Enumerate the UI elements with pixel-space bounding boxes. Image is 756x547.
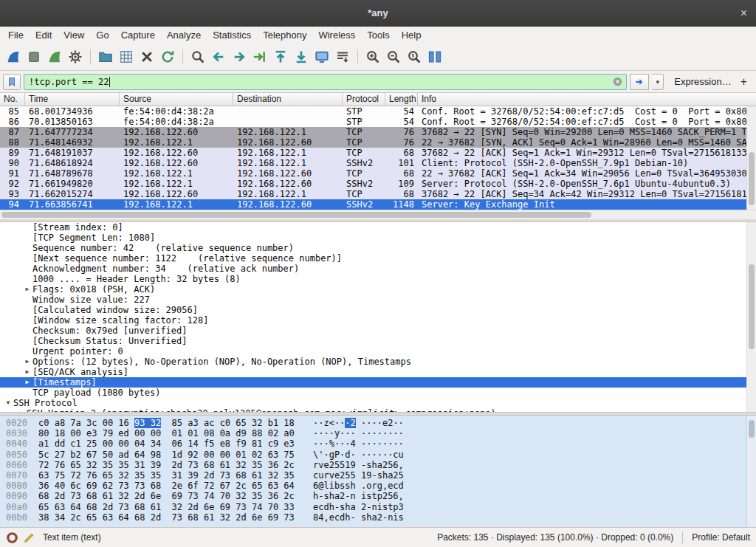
expander-icon[interactable] [22, 222, 32, 233]
menu-item[interactable]: Go [90, 28, 114, 42]
expander-icon[interactable] [22, 233, 32, 243]
go-first-icon[interactable] [271, 47, 290, 66]
detail-row[interactable]: Urgent pointer: 0 [0, 346, 746, 357]
packet-row[interactable]: 94 71.663856741 192.168.122.1 192.168.12… [0, 199, 746, 210]
column-header[interactable]: Length [385, 93, 418, 106]
expander-icon[interactable]: ▶ [16, 408, 27, 412]
go-back-icon[interactable] [209, 47, 228, 66]
capture-file-properties-icon[interactable] [6, 531, 18, 544]
go-forward-icon[interactable] [230, 47, 249, 66]
menu-item[interactable]: File [2, 28, 30, 42]
clear-filter-icon[interactable] [612, 76, 623, 87]
detail-row[interactable]: Window size value: 227 [0, 295, 746, 305]
expression-button[interactable]: Expression… [667, 76, 735, 87]
menu-item[interactable]: Capture [115, 28, 161, 42]
expander-icon[interactable] [22, 253, 32, 264]
scrollbar-thumb[interactable] [749, 264, 755, 350]
expander-icon[interactable] [22, 264, 32, 274]
packet-list-vertical-scrollbar[interactable] [746, 106, 756, 210]
hex-row[interactable]: 0070 63 75 72 76 65 32 35 35 31 39 2d 73… [0, 470, 756, 481]
bytes-vertical-scrollbar[interactable] [746, 416, 756, 527]
menu-item[interactable]: Telephony [257, 28, 312, 42]
menu-item[interactable]: Statistics [207, 28, 257, 42]
hex-row[interactable]: 00b0 38 34 2c 65 63 64 68 2d 73 68 61 32… [0, 512, 756, 523]
save-file-icon[interactable] [117, 47, 136, 66]
expander-icon[interactable] [22, 336, 32, 346]
packet-row[interactable]: 92 71.661949820 192.168.122.1 192.168.12… [0, 179, 746, 189]
packet-row[interactable]: 90 71.648618924 192.168.122.60 192.168.1… [0, 158, 746, 168]
detail-row[interactable]: TCP payload (1080 bytes) [0, 388, 746, 398]
detail-row[interactable]: ▶ Options: (12 bytes), No-Operation (NOP… [0, 357, 746, 367]
column-header[interactable]: Protocol [343, 93, 385, 106]
stop-capture-icon[interactable] [24, 47, 44, 66]
expander-icon[interactable] [22, 388, 32, 398]
hex-row[interactable]: 0090 68 2d 73 68 61 32 2d 6e 69 73 74 70… [0, 491, 756, 501]
column-header[interactable]: Source [120, 93, 233, 106]
capture-options-icon[interactable] [66, 47, 85, 66]
expander-icon[interactable]: ▼ [3, 398, 13, 408]
detail-row[interactable]: ▶ SSH Version 2 (encryption:chacha20-pol… [0, 408, 746, 412]
expander-icon[interactable]: ▶ [22, 367, 32, 377]
auto-scroll-icon[interactable] [333, 47, 352, 66]
find-packet-icon[interactable] [188, 47, 207, 66]
resize-columns-icon[interactable] [425, 47, 444, 66]
menu-item[interactable]: Tools [361, 28, 395, 42]
menu-item[interactable]: Wireless [312, 28, 361, 42]
profile-label[interactable]: Profile: Default [692, 532, 750, 543]
column-header[interactable]: No. [0, 93, 25, 106]
packet-row[interactable]: 86 70.013850163 fe:54:00:d4:38:2a STP 54… [0, 117, 746, 127]
zoom-in-icon[interactable] [363, 47, 382, 66]
detail-row[interactable]: 1000 .... = Header Length: 32 bytes (8) [0, 274, 746, 284]
expander-icon[interactable] [22, 274, 32, 284]
menu-item[interactable]: Help [396, 28, 427, 42]
filter-dropdown-icon[interactable]: ▾ [652, 74, 664, 90]
edit-comment-icon[interactable] [23, 531, 35, 544]
restart-capture-icon[interactable] [45, 47, 64, 66]
detail-row[interactable]: Sequence number: 42 (relative sequence n… [0, 243, 746, 253]
detail-row[interactable]: ▶ [Timestamps] [0, 377, 746, 388]
detail-row[interactable]: [TCP Segment Len: 1080] [0, 233, 746, 243]
go-last-icon[interactable] [292, 47, 311, 66]
go-to-packet-icon[interactable] [250, 47, 269, 66]
close-file-icon[interactable] [137, 47, 157, 66]
open-file-icon[interactable] [96, 47, 115, 66]
detail-row[interactable]: [Checksum Status: Unverified] [0, 336, 746, 346]
zoom-original-icon[interactable] [405, 47, 424, 66]
detail-row[interactable]: Checksum: 0x79ed [unverified] [0, 326, 746, 336]
colorize-icon[interactable] [312, 47, 331, 66]
packet-row[interactable]: 89 71.648191037 192.168.122.60 192.168.1… [0, 148, 746, 158]
packet-list-horizontal-scrollbar[interactable] [0, 210, 756, 219]
menu-item[interactable]: View [58, 28, 90, 42]
expander-icon[interactable] [22, 295, 32, 305]
packet-row[interactable]: 87 71.647777234 192.168.122.60 192.168.1… [0, 127, 746, 137]
packet-row[interactable]: 93 71.662015274 192.168.122.60 192.168.1… [0, 189, 746, 199]
hex-row[interactable]: 0060 72 76 65 32 35 35 31 39 2d 73 68 61… [0, 460, 756, 470]
column-header[interactable]: Time [25, 93, 120, 106]
apply-filter-icon[interactable] [630, 74, 649, 90]
scrollbar-thumb[interactable] [1, 212, 591, 218]
column-header[interactable]: Destination [233, 93, 343, 106]
reload-file-icon[interactable] [158, 47, 177, 66]
detail-row[interactable]: [Next sequence number: 1122 (relative se… [0, 253, 746, 264]
expander-icon[interactable] [22, 315, 32, 326]
expander-icon[interactable]: ▶ [22, 357, 32, 367]
detail-row[interactable]: [Stream index: 0] [0, 222, 746, 233]
hex-row[interactable]: 00a0 65 63 64 68 2d 73 68 61 32 2d 6e 69… [0, 502, 756, 512]
hex-row[interactable]: 0040 a1 dd c1 25 00 00 04 34 06 14 f5 e8… [0, 438, 756, 449]
packet-row[interactable]: 88 71.648146932 192.168.122.1 192.168.12… [0, 137, 746, 148]
expander-icon[interactable]: ▶ [22, 284, 32, 295]
expander-icon[interactable]: ▶ [22, 377, 32, 388]
menu-item[interactable]: Edit [30, 28, 58, 42]
expander-icon[interactable] [22, 326, 32, 336]
hex-row[interactable]: 0020 c0 a8 7a 3c 00 16 93 32 85 a3 ac c0… [0, 418, 756, 428]
scrollbar-thumb[interactable] [749, 152, 755, 206]
details-vertical-scrollbar[interactable] [746, 222, 756, 412]
hex-row[interactable]: 0050 5c 27 b2 67 50 ad 64 98 1d 92 00 00… [0, 450, 756, 460]
detail-row[interactable]: ▼ SSH Protocol [0, 398, 746, 408]
zoom-out-icon[interactable] [384, 47, 403, 66]
detail-row[interactable]: Acknowledgment number: 34 (relative ack … [0, 264, 746, 274]
expander-icon[interactable] [22, 346, 32, 357]
expander-icon[interactable] [22, 243, 32, 253]
detail-row[interactable]: [Calculated window size: 29056] [0, 305, 746, 315]
column-header[interactable]: Info [418, 93, 756, 106]
